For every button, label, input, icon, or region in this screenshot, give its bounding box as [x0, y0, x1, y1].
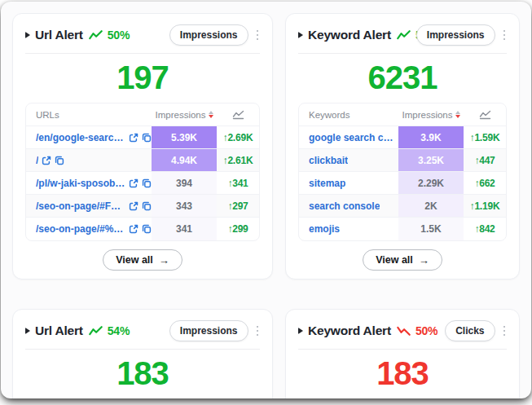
header-divider [25, 53, 260, 54]
row-link[interactable]: google search console [309, 132, 398, 143]
external-link-icon[interactable] [42, 156, 51, 165]
value-column-header[interactable]: Impressions [398, 110, 464, 120]
row-change: ↑842 [464, 218, 506, 240]
expand-caret-icon[interactable] [298, 328, 303, 334]
alert-card: Keyword Alert 5% Impressions 6231 Keywor… [285, 13, 520, 280]
expand-caret-icon[interactable] [25, 328, 30, 334]
table-row: google search console 3.9K ↑1.59K [299, 126, 506, 149]
trend-icon [397, 326, 411, 336]
trend-percent: 54% [108, 324, 130, 337]
alert-card: Url Alert 50% Impressions 197 URLs Impre… [12, 13, 273, 280]
row-value: 5.39K [152, 126, 217, 148]
alert-total: 183 [298, 354, 507, 392]
external-link-icon[interactable] [129, 133, 138, 143]
table-row: /seo-on-page/#%C2... 341 ↑299 [26, 218, 259, 240]
value-column-label: Impressions [156, 110, 206, 120]
name-column-header[interactable]: URLs [26, 110, 152, 120]
row-change: ↑299 [217, 218, 259, 240]
name-column-header[interactable]: Keywords [299, 110, 398, 120]
external-link-icon[interactable] [129, 201, 138, 211]
view-all-button[interactable]: View all → [363, 249, 442, 271]
copy-icon[interactable] [142, 224, 152, 234]
row-value: 4.94K [152, 149, 217, 171]
chart-column-header[interactable] [464, 110, 506, 120]
table-row: sitemap 2.29K ↑662 [299, 172, 506, 195]
table-row: /pl/w-jaki-sposob-nal... 394 ↑341 [26, 172, 259, 195]
row-value: 341 [152, 218, 217, 240]
trend-percent: 50% [108, 29, 130, 42]
alerts-grid: Url Alert 50% Impressions 197 URLs Impre… [1, 2, 531, 398]
row-link[interactable]: / [36, 155, 38, 166]
copy-icon[interactable] [55, 156, 64, 165]
table-header-row: URLs Impressions [26, 103, 259, 126]
table-row: /en/google-search-c... 5.39K ↑2.69K [26, 126, 259, 149]
row-value: 2.29K [398, 172, 464, 194]
table-row: search console 2K ↑1.19K [299, 195, 506, 218]
table-body: /en/google-search-c... 5.39K ↑2.69K / [26, 126, 259, 240]
metric-button[interactable]: Clicks [445, 320, 495, 341]
copy-icon[interactable] [142, 133, 152, 143]
row-change: ↑297 [217, 195, 259, 217]
view-all-label: View all [376, 254, 413, 266]
line-chart-icon [232, 110, 244, 120]
alert-card: Url Alert 54% Impressions 183 URLs Impre… [12, 309, 273, 398]
row-link[interactable]: search console [309, 200, 380, 212]
value-column-header[interactable]: Impressions [152, 110, 217, 120]
trend-percent: 50% [415, 324, 437, 337]
expand-caret-icon[interactable] [298, 32, 303, 38]
row-change: ↑2.69K [217, 126, 259, 148]
external-link-icon[interactable] [129, 178, 138, 188]
row-link[interactable]: clickbait [309, 155, 348, 166]
row-value: 2K [398, 195, 464, 217]
header-divider [25, 349, 260, 350]
row-name-cell: /pl/w-jaki-sposob-nal... [26, 172, 152, 194]
chart-column-header[interactable] [217, 110, 259, 120]
row-change: ↑1.19K [464, 195, 506, 217]
row-name-cell: clickbait [299, 149, 398, 171]
alert-total: 197 [25, 59, 260, 96]
metric-button[interactable]: Impressions [169, 24, 248, 46]
kebab-menu-icon[interactable] [502, 324, 508, 339]
kebab-menu-icon[interactable] [502, 28, 508, 43]
copy-icon[interactable] [142, 201, 152, 211]
kebab-menu-icon[interactable] [255, 28, 261, 43]
line-chart-icon [479, 110, 491, 120]
expand-caret-icon[interactable] [25, 32, 30, 38]
row-link[interactable]: /seo-on-page/#%C2... [36, 223, 125, 235]
card-header: Keyword Alert 50% Clicks [298, 320, 507, 341]
row-link[interactable]: emojis [309, 223, 340, 235]
row-name-cell: sitemap [299, 172, 398, 194]
alert-card: Keyword Alert 50% Clicks 183 Keywords Cl… [285, 309, 520, 398]
row-value: 3.25K [398, 149, 464, 171]
card-header: Url Alert 50% Impressions [25, 24, 260, 46]
alert-total: 183 [25, 354, 260, 392]
header-divider [298, 53, 507, 54]
row-link[interactable]: /en/google-search-c... [36, 132, 125, 143]
sort-icon[interactable] [455, 111, 460, 119]
row-change: ↑1.59K [464, 126, 506, 148]
row-link[interactable]: sitemap [309, 178, 345, 189]
alert-table: Keywords Impressions google search conso… [298, 103, 507, 241]
row-name-cell: google search console [299, 126, 398, 148]
card-header: Url Alert 54% Impressions [25, 320, 260, 341]
row-name-cell: /seo-on-page/#%C2... [26, 218, 152, 240]
card-title: Keyword Alert [308, 28, 391, 42]
metric-button[interactable]: Impressions [416, 24, 495, 46]
row-name-cell: / [26, 149, 152, 171]
table-row: /seo-on-page/#Facto... 343 ↑297 [26, 195, 259, 218]
row-link[interactable]: /pl/w-jaki-sposob-nal... [36, 178, 125, 189]
copy-icon[interactable] [142, 178, 152, 188]
row-name-cell: /seo-on-page/#Facto... [26, 195, 152, 217]
header-divider [298, 349, 507, 350]
table-row: / 4.94K ↑2.61K [26, 149, 259, 172]
kebab-menu-icon[interactable] [255, 324, 261, 339]
card-title: Url Alert [35, 324, 83, 338]
metric-button[interactable]: Impressions [169, 320, 248, 341]
row-value: 394 [152, 172, 217, 194]
view-all-button[interactable]: View all → [103, 249, 182, 271]
sort-icon[interactable] [209, 111, 213, 119]
row-link[interactable]: /seo-on-page/#Facto... [36, 200, 125, 212]
external-link-icon[interactable] [129, 224, 138, 234]
table-header-row: Keywords Impressions [299, 103, 506, 126]
alert-total: 6231 [298, 59, 507, 96]
